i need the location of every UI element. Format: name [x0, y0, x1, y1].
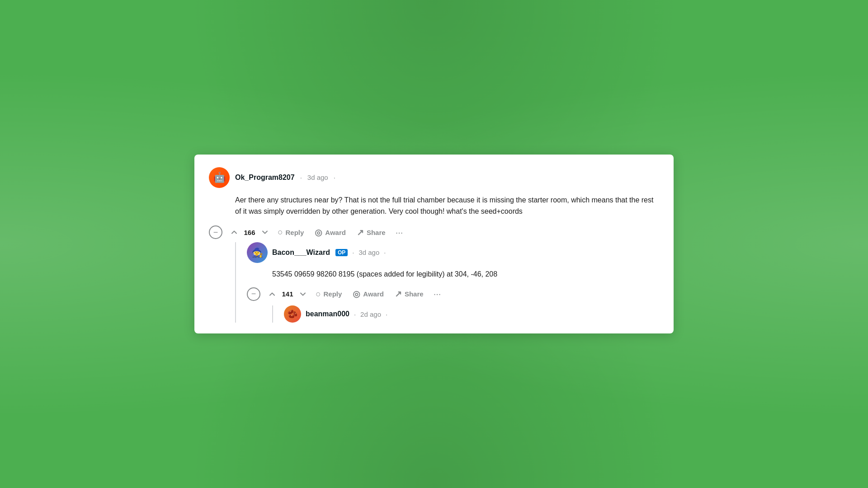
nested-timestamp: 2d ago — [360, 310, 381, 318]
vote-group: 166 — [228, 226, 271, 239]
comment-header: 🤖 Ok_Program8207 · 3d ago · — [209, 167, 659, 188]
award-button[interactable]: ◎ Award — [310, 225, 350, 240]
reply-action-bar: − 141 ○ Reply ◎ — [247, 286, 659, 302]
reply-vote-group: 141 — [266, 288, 309, 300]
reply-avatar: 🧙 — [247, 242, 268, 263]
reply-section: 🧙 Bacon___Wizard OP · 3d ago · 53545 096… — [235, 242, 659, 323]
reply-share-icon: ↗ — [395, 289, 402, 299]
nested-avatar: 🫘 — [284, 305, 301, 323]
username: Ok_Program8207 — [235, 174, 295, 182]
comment-card: 🤖 Ok_Program8207 · 3d ago · Aer there an… — [194, 155, 674, 334]
reply-share-button[interactable]: ↗ Share — [390, 286, 428, 302]
downvote-button[interactable] — [259, 226, 271, 239]
collapse-button[interactable]: − — [209, 225, 222, 239]
award-icon: ◎ — [315, 227, 322, 238]
reply-button[interactable]: ○ Reply — [273, 225, 308, 240]
share-button[interactable]: ↗ Share — [352, 225, 390, 240]
reply-upvote-button[interactable] — [266, 288, 278, 300]
reply-username: Bacon___Wizard — [272, 249, 330, 257]
more-options-button[interactable]: ··· — [392, 225, 407, 239]
upvote-button[interactable] — [228, 226, 241, 239]
reply-header: 🧙 Bacon___Wizard OP · 3d ago · — [247, 242, 659, 263]
op-badge: OP — [335, 249, 348, 256]
top-comment: 🤖 Ok_Program8207 · 3d ago · Aer there an… — [209, 167, 659, 323]
reply-more-options-button[interactable]: ··· — [430, 287, 445, 301]
reply-award-icon: ◎ — [353, 289, 360, 299]
reply-body: 53545 09659 98260 8195 (spaces added for… — [272, 268, 659, 280]
avatar: 🤖 — [209, 167, 230, 188]
nested-reply-header: 🫘 beanman000 · 2d ago · — [284, 305, 659, 323]
reply-vote-count: 141 — [281, 290, 294, 298]
reply-reply-button[interactable]: ○ Reply — [311, 286, 346, 302]
vote-count: 166 — [243, 229, 256, 236]
reply-downvote-button[interactable] — [297, 288, 309, 300]
reply-award-button[interactable]: ◎ Award — [348, 286, 388, 302]
nested-reply-section: 🫘 beanman000 · 2d ago · — [272, 305, 659, 323]
nested-username: beanman000 — [306, 310, 349, 318]
comment-body: Aer there any structures near by? That i… — [235, 194, 659, 217]
reply-timestamp: 3d ago — [359, 249, 379, 256]
reply-collapse-button[interactable]: − — [247, 287, 260, 301]
share-icon: ↗ — [357, 227, 364, 238]
reply-reply-icon: ○ — [316, 289, 321, 299]
action-bar: − 166 ○ Reply ◎ Award ↗ Share — [209, 225, 659, 240]
reply-comment: 🧙 Bacon___Wizard OP · 3d ago · 53545 096… — [247, 242, 659, 323]
reply-icon: ○ — [278, 227, 283, 237]
timestamp: 3d ago — [307, 174, 328, 181]
